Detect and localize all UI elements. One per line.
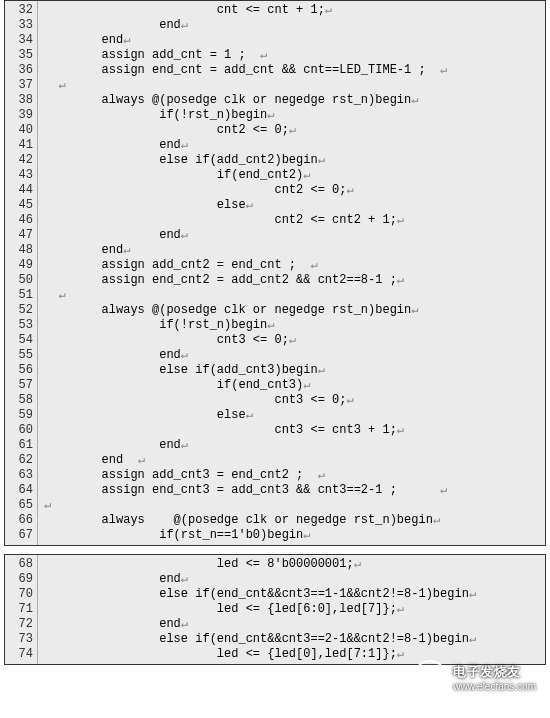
- line-end-icon: ↵: [246, 408, 253, 422]
- code-line: if(end_cnt3)↵: [44, 378, 545, 393]
- line-number: 42: [5, 153, 33, 168]
- code-line: assign add_cnt = 1 ; ↵: [44, 48, 545, 63]
- line-end-icon: ↵: [58, 78, 65, 92]
- line-end-icon: ↵: [58, 288, 65, 302]
- code-line: cnt2 <= 0;↵: [44, 183, 545, 198]
- code-line: ↵: [44, 288, 545, 303]
- line-end-icon: ↵: [346, 183, 353, 197]
- line-end-icon: ↵: [354, 557, 361, 571]
- line-number: 64: [5, 483, 33, 498]
- code-block: 3233343536373839404142434445464748495051…: [4, 0, 546, 546]
- code-line: ↵: [44, 498, 545, 513]
- line-number: 71: [5, 602, 33, 617]
- line-end-icon: ↵: [310, 258, 317, 272]
- code-line: assign add_cnt2 = end_cnt ; ↵: [44, 258, 545, 273]
- line-number: 57: [5, 378, 33, 393]
- line-end-icon: ↵: [325, 3, 332, 17]
- line-number: 38: [5, 93, 33, 108]
- code-line: always @(posedge clk or negedge rst_n)be…: [44, 303, 545, 318]
- line-number: 35: [5, 48, 33, 63]
- line-end-icon: ↵: [181, 438, 188, 452]
- line-number: 51: [5, 288, 33, 303]
- line-number: 69: [5, 572, 33, 587]
- line-end-icon: ↵: [346, 393, 353, 407]
- code-line: end↵: [44, 33, 545, 48]
- code-line: led <= {led[0],led[7:1]};↵: [44, 647, 545, 662]
- code-line: if(!rst_n)begin↵: [44, 318, 545, 333]
- line-end-icon: ↵: [260, 48, 267, 62]
- code-line: end ↵: [44, 453, 545, 468]
- line-number: 62: [5, 453, 33, 468]
- code-line: end↵: [44, 228, 545, 243]
- line-number: 49: [5, 258, 33, 273]
- line-number: 70: [5, 587, 33, 602]
- code-line: else if(add_cnt3)begin↵: [44, 363, 545, 378]
- line-end-icon: ↵: [411, 93, 418, 107]
- line-number: 37: [5, 78, 33, 93]
- code-line: else if(end_cnt&&cnt3==2-1&&cnt2!=8-1)be…: [44, 632, 545, 647]
- code-line: cnt2 <= 0;↵: [44, 123, 545, 138]
- line-end-icon: ↵: [469, 587, 476, 601]
- line-number: 61: [5, 438, 33, 453]
- line-number: 48: [5, 243, 33, 258]
- code-line: cnt2 <= cnt2 + 1;↵: [44, 213, 545, 228]
- line-end-icon: ↵: [303, 528, 310, 542]
- line-end-icon: ↵: [397, 423, 404, 437]
- code-line: end↵: [44, 348, 545, 363]
- line-end-icon: ↵: [44, 498, 51, 512]
- code-line: cnt3 <= cnt3 + 1;↵: [44, 423, 545, 438]
- code-line: else↵: [44, 198, 545, 213]
- code-line: else if(end_cnt&&cnt3==1-1&&cnt2!=8-1)be…: [44, 587, 545, 602]
- code-area: cnt <= cnt + 1;↵ end↵ end↵ assign add_cn…: [38, 1, 545, 545]
- line-number: 50: [5, 273, 33, 288]
- line-number: 60: [5, 423, 33, 438]
- code-line: end↵: [44, 617, 545, 632]
- code-line: ↵: [44, 78, 545, 93]
- code-line: cnt <= cnt + 1;↵: [44, 3, 545, 18]
- line-end-icon: ↵: [318, 468, 325, 482]
- code-line: if(rst_n==1'b0)begin↵: [44, 528, 545, 543]
- line-end-icon: ↵: [267, 108, 274, 122]
- code-line: end↵: [44, 572, 545, 587]
- line-number: 72: [5, 617, 33, 632]
- line-number: 41: [5, 138, 33, 153]
- line-end-icon: ↵: [267, 318, 274, 332]
- line-number: 47: [5, 228, 33, 243]
- line-end-icon: ↵: [303, 168, 310, 182]
- line-number: 40: [5, 123, 33, 138]
- line-number: 32: [5, 3, 33, 18]
- code-line: end↵: [44, 138, 545, 153]
- code-line: assign add_cnt3 = end_cnt2 ; ↵: [44, 468, 545, 483]
- line-end-icon: ↵: [397, 602, 404, 616]
- line-end-icon: ↵: [181, 617, 188, 631]
- line-number: 66: [5, 513, 33, 528]
- line-number: 52: [5, 303, 33, 318]
- line-end-icon: ↵: [397, 213, 404, 227]
- code-block: 68697071727374 led <= 8'b00000001;↵ end↵…: [4, 554, 546, 665]
- line-end-icon: ↵: [181, 18, 188, 32]
- line-number: 34: [5, 33, 33, 48]
- line-end-icon: ↵: [440, 63, 447, 77]
- line-number: 43: [5, 168, 33, 183]
- line-end-icon: ↵: [318, 363, 325, 377]
- line-number: 58: [5, 393, 33, 408]
- line-end-icon: ↵: [123, 33, 130, 47]
- code-line: always @(posedge clk or negedge rst_n)be…: [44, 513, 545, 528]
- line-number: 44: [5, 183, 33, 198]
- line-number: 63: [5, 468, 33, 483]
- line-end-icon: ↵: [440, 483, 447, 497]
- code-area: led <= 8'b00000001;↵ end↵ else if(end_cn…: [38, 555, 545, 664]
- line-number-gutter: 3233343536373839404142434445464748495051…: [5, 1, 38, 545]
- line-number: 33: [5, 18, 33, 33]
- line-number: 39: [5, 108, 33, 123]
- code-line: led <= 8'b00000001;↵: [44, 557, 545, 572]
- line-end-icon: ↵: [411, 303, 418, 317]
- code-line: if(!rst_n)begin↵: [44, 108, 545, 123]
- line-number: 73: [5, 632, 33, 647]
- line-number-gutter: 68697071727374: [5, 555, 38, 664]
- code-line: cnt3 <= 0;↵: [44, 333, 545, 348]
- line-end-icon: ↵: [289, 333, 296, 347]
- code-line: if(end_cnt2)↵: [44, 168, 545, 183]
- code-line: assign end_cnt = add_cnt && cnt==LED_TIM…: [44, 63, 545, 78]
- line-end-icon: ↵: [181, 138, 188, 152]
